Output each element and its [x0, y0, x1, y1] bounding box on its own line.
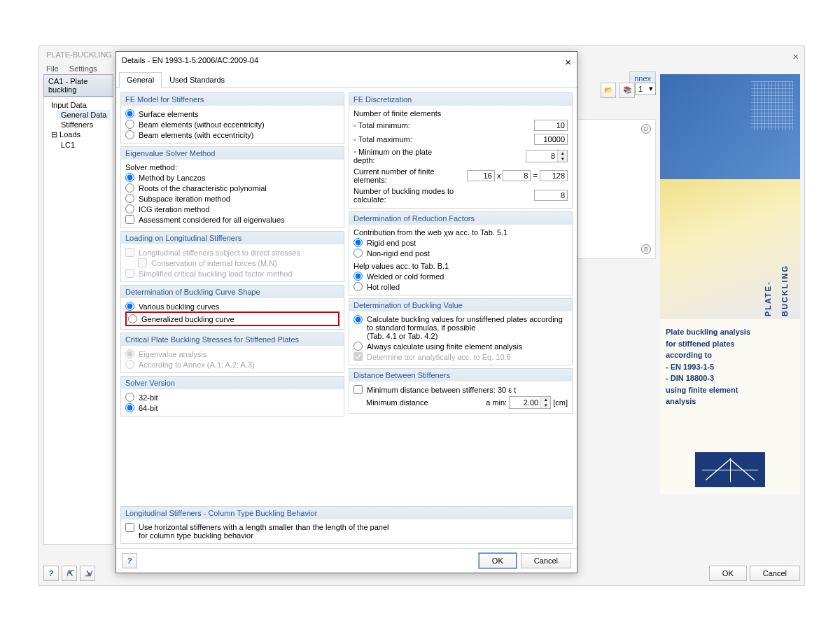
annex-dropdown[interactable]: 1	[635, 83, 656, 95]
tree-general-data[interactable]: General Data	[57, 110, 110, 120]
label: Determine αcr analytically acc. to Eq. 1…	[367, 353, 511, 361]
group-critical-stresses: Critical Plate Buckling Stresses for Sti…	[121, 333, 344, 346]
radio-hot-rolled[interactable]	[354, 282, 363, 291]
label: Beam elements (without eccentricity)	[139, 120, 265, 129]
svg-line-1	[730, 459, 755, 480]
group-curve-shape: Determination of Buckling Curve Shape	[121, 286, 344, 298]
radio-annex	[125, 360, 134, 369]
radio-64bit[interactable]	[125, 403, 134, 412]
input-modes[interactable]	[534, 190, 568, 201]
radio-lanczos[interactable]	[125, 173, 134, 182]
import-icon[interactable]: ⇱	[62, 566, 77, 581]
cancel-button[interactable]: Cancel	[521, 553, 571, 568]
group-fe-discretization: FE Discretization	[349, 93, 572, 106]
tab-general[interactable]: General	[119, 72, 162, 88]
ok-button[interactable]: OK	[479, 553, 517, 568]
label: Minimum distance between stiffeners: 30 …	[367, 386, 516, 394]
label: 32-bit	[139, 393, 158, 402]
label: Various buckling curves	[139, 302, 219, 311]
ok-button[interactable]: OK	[709, 566, 747, 581]
label: Longitudinal stiffeners subject to direc…	[139, 248, 300, 257]
nav-tree: Input Data General Data Stiffeners ⊟ Loa…	[43, 97, 113, 545]
help-icon[interactable]: ?	[122, 553, 137, 568]
brand-logo	[695, 452, 765, 487]
svg-line-0	[706, 459, 730, 480]
label: Surface elements	[139, 110, 199, 118]
close-icon[interactable]: ×	[565, 56, 571, 68]
check-conservation	[138, 258, 147, 267]
tree-lc1[interactable]: LC1	[57, 140, 110, 150]
input-curr-y[interactable]	[503, 170, 531, 181]
cancel-button[interactable]: Cancel	[750, 566, 800, 581]
label: Current number of finite elements:	[354, 167, 451, 184]
radio-beam-with[interactable]	[125, 130, 134, 139]
help-values-label: Help values acc. to Tab. B.1	[354, 261, 568, 271]
radio-nonrigid-end[interactable]	[354, 248, 363, 258]
check-horizontal-stiffeners[interactable]	[125, 523, 134, 532]
label: Total minimum:	[358, 121, 410, 130]
menu-settings[interactable]: Settings	[69, 64, 97, 73]
details-dialog: Details - EN 1993-1-5:2006/AC:2009-04 × …	[115, 51, 578, 573]
label: Generalized buckling curve	[141, 315, 234, 323]
check-direct-stresses	[125, 248, 134, 257]
group-loading: Loading on Longitudinal Stiffeners	[121, 232, 344, 244]
label: Welded or cold formed	[367, 272, 444, 281]
load-icon[interactable]: 📂	[601, 83, 616, 98]
check-assessment[interactable]	[125, 215, 134, 224]
radio-subspace[interactable]	[125, 194, 134, 203]
radio-roots[interactable]	[125, 183, 134, 192]
help-icon[interactable]: ?	[43, 566, 59, 581]
group-buckling-value: Determination of Buckling Value	[349, 299, 572, 312]
label: Number of buckling modes to calculate:	[354, 187, 458, 204]
label-amin: a min:	[486, 398, 507, 407]
input-curr-x[interactable]	[467, 170, 495, 181]
tree-stiffeners[interactable]: Stiffeners	[57, 120, 110, 130]
label: Simplified critical buckling load factor…	[139, 270, 293, 278]
radio-calc-unstiffened[interactable]	[354, 315, 363, 324]
tree-input-data[interactable]: Input Data	[47, 100, 110, 110]
radio-32bit[interactable]	[125, 393, 134, 402]
label: Assessment considered for all eigenvalue…	[139, 216, 285, 224]
radio-beam-without[interactable]	[125, 120, 134, 129]
radio-icg[interactable]	[125, 204, 134, 214]
group-distance: Distance Between Stiffeners	[349, 369, 572, 382]
menu-file[interactable]: File	[46, 64, 59, 73]
tree-loads[interactable]: ⊟ Loads	[47, 130, 110, 140]
radio-always-fea[interactable]	[354, 342, 363, 351]
library-icon[interactable]: 📚	[620, 83, 635, 98]
diagram-label-b: B	[641, 244, 651, 254]
label: Beam elements (with eccentricity)	[139, 131, 253, 139]
label: Always calculate using finite element an…	[367, 342, 522, 351]
brand-info: Plate buckling analysis for stiffened pl…	[660, 319, 800, 452]
group-solver-version: Solver Version	[121, 377, 344, 389]
radio-surface-elements[interactable]	[125, 109, 134, 118]
label: Subspace iteration method	[139, 195, 230, 203]
input-total-max[interactable]	[534, 134, 568, 145]
contrib-label: Contribution from the web χw acc. to Tab…	[354, 227, 568, 237]
label: Eigenvalue analysis	[139, 350, 206, 358]
spinner-min-plate[interactable]: ▴▾	[526, 150, 568, 162]
label: Use horizontal stiffeners with a length …	[139, 523, 389, 540]
brand-text: PLATE-BUCKLING	[760, 265, 793, 316]
solver-method-label: Solver method:	[125, 162, 340, 172]
label: Non-rigid end post	[367, 249, 430, 258]
check-min-distance[interactable]	[354, 385, 363, 394]
input-total-min[interactable]	[534, 120, 568, 131]
spinner-min-distance[interactable]: ▴▾	[509, 396, 551, 409]
radio-eigenvalue-analysis	[125, 349, 134, 358]
label: Calculate buckling values for unstiffene…	[367, 315, 568, 340]
export-icon[interactable]: ⇲	[80, 566, 95, 581]
close-icon[interactable]: ×	[792, 50, 799, 62]
panel-title: CA1 - Plate buckling	[43, 74, 113, 97]
label: Roots of the characteristic polynomial	[139, 184, 267, 192]
group-fe-model: FE Model for Stiffeners	[121, 93, 344, 106]
radio-various-curves[interactable]	[125, 302, 134, 311]
label: Hot rolled	[367, 283, 400, 291]
radio-rigid-end[interactable]	[354, 238, 363, 247]
brand-panel: PLATE-BUCKLING Plate buckling analysis f…	[660, 74, 800, 550]
radio-welded[interactable]	[354, 272, 363, 281]
radio-generalized-curve[interactable]	[128, 314, 137, 323]
label: 64-bit	[139, 404, 158, 412]
tab-used-standards[interactable]: Used Standards	[162, 72, 232, 88]
group-eigenvalue: Eigenvalue Solver Method	[121, 147, 344, 160]
